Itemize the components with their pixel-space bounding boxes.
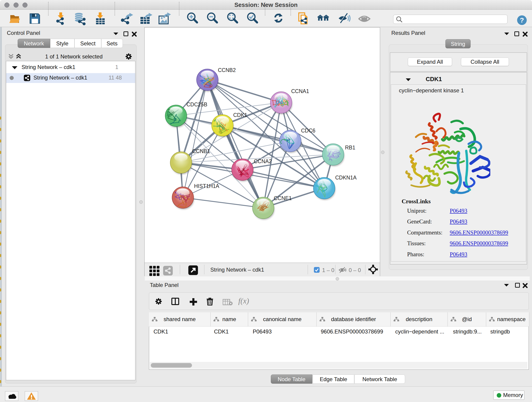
svg-text:HIST1H1A: HIST1H1A xyxy=(194,183,220,189)
svg-text:CDC6: CDC6 xyxy=(301,128,316,134)
svg-text:CCNB1: CCNB1 xyxy=(192,148,210,154)
svg-text:CCNE1: CCNE1 xyxy=(274,195,292,201)
svg-text:CCNA1: CCNA1 xyxy=(291,88,309,94)
svg-text:CDC25B: CDC25B xyxy=(186,102,207,108)
svg-text:RB1: RB1 xyxy=(345,145,355,151)
svg-text:CCNB2: CCNB2 xyxy=(218,67,236,73)
svg-text:?: ? xyxy=(520,16,524,24)
svg-text:CDK1: CDK1 xyxy=(233,112,247,118)
svg-text:CCNA2: CCNA2 xyxy=(254,158,272,164)
svg-text:CDKN1A: CDKN1A xyxy=(335,175,357,181)
